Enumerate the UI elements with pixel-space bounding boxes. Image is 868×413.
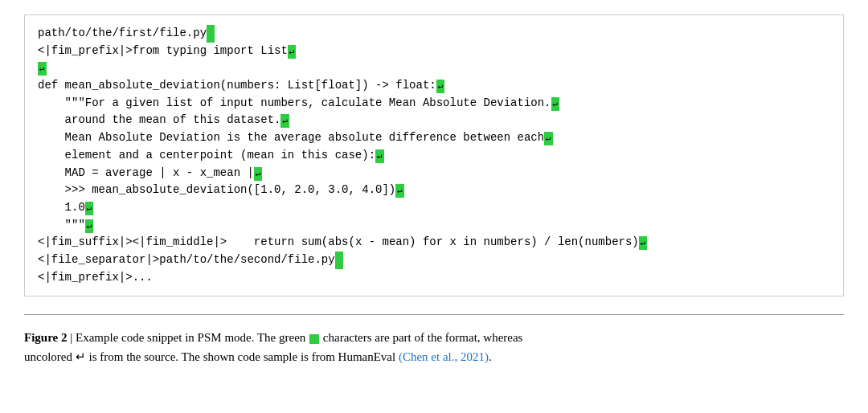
figure-caption: Figure 2 | Example code snippet in PSM m… xyxy=(24,328,844,366)
green-marker-nl-6: ↵ xyxy=(544,132,553,145)
green-marker-nl-9: ↵ xyxy=(395,184,404,198)
code-line-5: """For a given list of input numbers, ca… xyxy=(38,95,830,112)
green-marker-nl-7: ↵ xyxy=(375,149,384,163)
green-marker-nl-8: ↵ xyxy=(254,167,263,181)
green-square-icon xyxy=(309,334,319,344)
code-line-11: 1.0↵ xyxy=(38,199,830,217)
green-marker-nl-1: ↵ xyxy=(288,45,297,59)
code-line-8: element and a centerpoint (mean in this … xyxy=(38,147,830,165)
caption-label: Figure 2 xyxy=(24,331,67,344)
green-marker-1: ​ xyxy=(207,25,215,43)
green-marker-nl-11: ↵ xyxy=(85,219,94,233)
fim-middle-token: <|fim_middle|> xyxy=(133,235,227,248)
green-marker-nl-2: ↵ xyxy=(38,62,47,76)
code-line-10: >>> mean_absolute_deviation([1.0, 2.0, 3… xyxy=(38,182,830,199)
code-line-2: <|fim_prefix|>from typing import List↵ xyxy=(38,43,830,60)
code-line-12: """↵ xyxy=(38,217,830,235)
citation-link[interactable]: (Chen et al., 2021) xyxy=(399,350,489,363)
caption-text-line1: Example code snippet in PSM mode. The gr… xyxy=(76,331,522,344)
page-container: path/to/the/first/file.py​ <|fim_prefix|… xyxy=(0,0,868,413)
green-marker-nl-4: ↵ xyxy=(551,97,560,111)
caption-text-line2: uncolored ↵ is from the source. The show… xyxy=(24,350,399,363)
code-line-9: MAD = average | x - x_mean |↵ xyxy=(38,165,830,182)
code-line-1: path/to/the/first/file.py​ xyxy=(38,25,830,43)
code-line-15: <|fim_prefix|>... xyxy=(38,269,830,287)
caption-separator: | xyxy=(67,331,76,344)
green-marker-2: ​ xyxy=(335,251,343,269)
code-line-13: <|fim_suffix|><|fim_middle|> return sum(… xyxy=(38,234,830,251)
caption-period: . xyxy=(489,350,492,363)
code-line-6: around the mean of this dataset.↵ xyxy=(38,112,830,129)
code-line-14: <|file_separator|>path/to/the/second/fil… xyxy=(38,251,830,269)
fim-prefix-token-2: <|fim_prefix|> xyxy=(38,271,133,284)
fim-suffix-token: <|fim_suffix|> xyxy=(38,235,133,248)
fim-prefix-token-1: <|fim_prefix|> xyxy=(38,44,133,57)
section-divider xyxy=(24,314,844,315)
green-marker-nl-3: ↵ xyxy=(436,80,445,93)
code-line-7: Mean Absolute Deviation is the average a… xyxy=(38,129,830,147)
green-marker-nl-12: ↵ xyxy=(639,236,648,250)
code-line-3: ↵ xyxy=(38,59,830,77)
code-block: path/to/the/first/file.py​ <|fim_prefix|… xyxy=(24,14,844,296)
green-marker-nl-10: ↵ xyxy=(85,202,94,215)
file-separator-token: <|file_separator|> xyxy=(38,253,159,266)
code-line-4: def mean_absolute_deviation(numbers: Lis… xyxy=(38,77,830,95)
green-marker-nl-5: ↵ xyxy=(280,114,289,128)
